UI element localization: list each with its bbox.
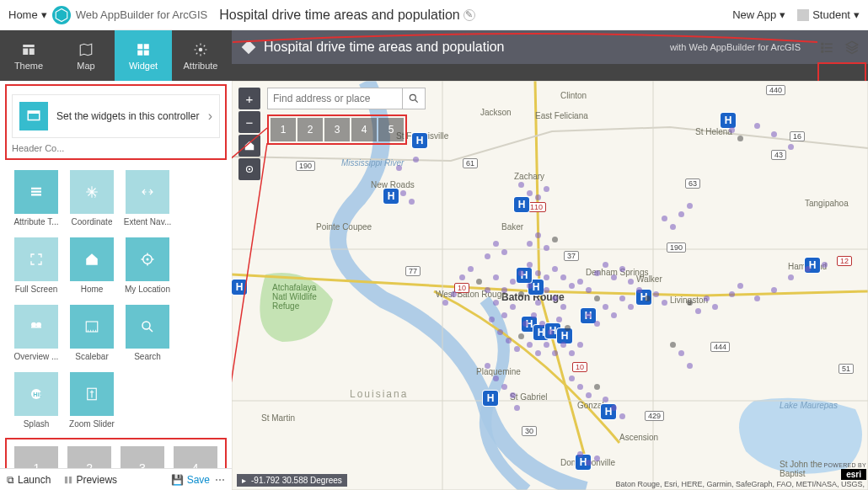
header-slot-4[interactable]: 4 [351,118,377,141]
population-dot [594,384,600,390]
population-dot [662,216,667,221]
hospital-icon[interactable]: H [721,113,736,128]
population-dot [485,287,490,293]
header-slot-3[interactable]: 3 [324,118,350,141]
hospital-icon[interactable]: H [232,280,247,295]
builder-strip: Theme Map Widget Attribute Hospital driv… [0,30,868,81]
population-dot [413,157,419,162]
widget-home[interactable]: Home [65,237,119,295]
population-dot [754,123,760,129]
map-area[interactable]: Baton Rouge West Baton Rouge Livingston … [232,81,868,490]
attribution-text: Baton Rouge, Esri, HERE, Garmin, SafeGra… [615,480,865,488]
tab-theme-label: Theme [14,61,43,71]
population-dot [737,283,743,289]
label-walker: Walker [636,274,662,284]
header-slot-2[interactable]: 2 [297,118,323,141]
hospital-icon[interactable]: H [557,328,572,344]
population-dot [704,296,710,301]
layers-icon[interactable] [841,36,863,58]
tab-widget[interactable]: Widget [115,30,172,81]
population-dot [556,317,562,322]
hospital-icon[interactable]: H [383,189,399,204]
widget-search[interactable]: Search [121,305,174,362]
search-widget [267,88,426,109]
population-dot [552,350,558,356]
widget-full-screen[interactable]: Full Screen [9,237,63,295]
svg-point-24 [142,322,150,329]
widget-slot-1[interactable]: 1Widget [12,446,62,468]
more-menu-icon[interactable]: ⋯ [215,474,225,486]
population-dot [489,317,495,322]
launch-button[interactable]: ⧉Launch [7,474,51,486]
bottom-bar: ⧉Launch ⦀⦀Previews 💾Save ⋯ [0,468,232,490]
legend-icon[interactable] [816,36,838,58]
home-menu[interactable]: Home ▾ [8,8,47,21]
widget-coordinate[interactable]: xyCoordinate [65,170,119,227]
widget-panel: Set the widgets in this controller › Hea… [0,81,232,468]
hospital-icon[interactable]: H [514,197,529,212]
edit-title-icon[interactable]: ✎ [463,9,475,21]
previews-button[interactable]: ⦀⦀Previews [64,474,117,486]
shield-77: 77 [405,266,421,276]
chevron-right-icon: › [208,109,212,124]
population-dot [560,304,566,310]
widget-my-location[interactable]: My Location [121,237,174,295]
attribute-icon [191,40,210,59]
widget-slot-4[interactable]: 4Widget [170,446,220,468]
label-west-baton: West Baton Rouge [436,290,506,299]
map-icon [77,40,95,59]
svg-rect-13 [28,111,40,114]
header-slot-placeholders: 1 2 3 4 5 [267,115,407,145]
tab-map[interactable]: Map [57,30,115,81]
population-dot [687,363,693,369]
label-ascension: Ascension [619,433,658,442]
powered-by-label: POWERED BY [824,462,866,468]
new-app-menu[interactable]: New App ▾ [732,8,785,21]
widget-slot-3[interactable]: 3Widget [118,446,168,468]
svg-point-20 [147,258,149,261]
widget-slot-2[interactable]: 2Widget [65,446,115,468]
search-input[interactable] [267,88,402,109]
header-controller-button[interactable]: Set the widgets in this controller › [12,94,220,138]
hospital-icon[interactable]: H [483,391,498,406]
controller-text: Set the widgets in this controller [56,110,208,122]
population-dot [510,304,516,310]
widget-extent-nav[interactable]: Extent Nav... [121,170,174,227]
population-dot [603,397,608,402]
save-button[interactable]: 💾Save [171,474,210,486]
header-slot-1[interactable]: 1 [271,118,296,141]
population-dot [535,350,541,356]
population-dot [771,287,777,293]
population-dot [493,375,499,381]
population-dot [560,274,566,280]
shield-30: 30 [522,426,537,436]
svg-rect-6 [821,43,823,45]
widget-scalebar[interactable]: Scalebar [65,305,119,362]
coordinate-bar[interactable]: ▸ -91.792 30.588 Degrees [237,474,347,487]
previews-icon: ⦀⦀ [64,474,72,486]
caret-down-icon: ▾ [854,8,860,21]
widget-overview[interactable]: Overview ... [9,305,63,362]
population-dot [737,136,743,141]
locate-button[interactable] [238,158,260,180]
widget-zoom-slider[interactable]: Zoom Slider [65,372,119,429]
search-button[interactable] [402,88,426,109]
svg-rect-9 [825,47,833,49]
population-dot [468,266,474,272]
tab-attribute[interactable]: Attribute [172,30,229,81]
coordinate-text: -91.792 30.588 Degrees [251,476,342,485]
zoom-out-button[interactable]: − [238,111,260,133]
label-plaquemine: Plaquemine [476,367,521,376]
tab-theme[interactable]: Theme [0,30,57,81]
svg-rect-14 [31,188,41,189]
widget-attribute-table[interactable]: Attribute T... [9,170,63,227]
widget-splash[interactable]: Hi!Splash [9,372,63,429]
home-extent-button[interactable] [238,135,260,157]
population-dot [548,329,554,335]
hospital-icon[interactable]: H [412,133,427,148]
header-slot-5[interactable]: 5 [378,118,404,141]
zoom-in-button[interactable]: + [238,88,260,109]
population-dot [805,266,811,272]
header-controller-section: Set the widgets in this controller › Hea… [5,84,227,160]
user-menu[interactable]: Student ▾ [797,8,860,21]
